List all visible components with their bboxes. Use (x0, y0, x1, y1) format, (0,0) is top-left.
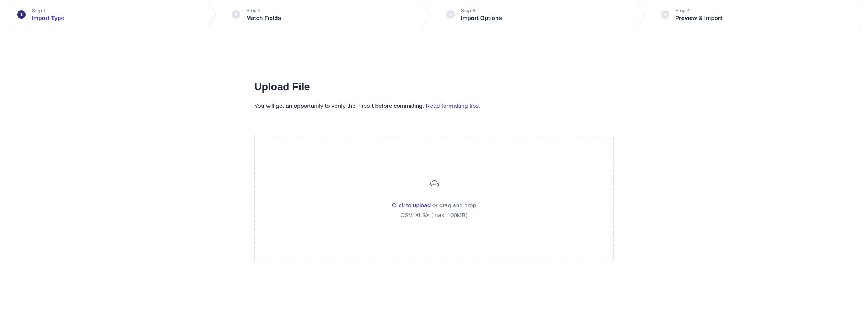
dropzone-hint: CSV, XLSX (max. 100MB) (401, 212, 468, 218)
dropzone-instruction: Click to upload or drag and drop (392, 202, 476, 209)
step-number-badge: 1 (17, 10, 26, 19)
upload-cloud-icon (429, 179, 439, 188)
chevron-right-icon (208, 1, 217, 28)
step-caption: Step 3 (461, 7, 502, 14)
step-caption: Step 1 (32, 7, 64, 14)
step-number-badge: 2 (232, 10, 240, 19)
step-title: Import Type (32, 14, 64, 22)
step-number-badge: 4 (661, 10, 669, 19)
import-stepper: 1 Step 1 Import Type 2 Step 2 Match Fiel… (8, 1, 860, 28)
file-dropzone[interactable]: Click to upload or drag and drop CSV, XL… (254, 135, 614, 262)
step-import-type[interactable]: 1 Step 1 Import Type (8, 1, 216, 28)
step-title: Import Options (461, 14, 502, 22)
drag-drop-text: or drag and drop (431, 202, 476, 208)
page-title: Upload File (254, 81, 614, 93)
click-to-upload-text: Click to upload (392, 202, 431, 208)
chevron-right-icon (637, 1, 646, 28)
chevron-right-icon (422, 1, 431, 28)
step-match-fields[interactable]: 2 Step 2 Match Fields (216, 1, 431, 28)
step-caption: Step 2 (246, 7, 281, 14)
upload-panel: Upload File You will get an opportunity … (254, 81, 614, 262)
description-text: You will get an opportunity to verify th… (254, 102, 426, 109)
step-number-badge: 3 (446, 10, 455, 19)
step-title: Match Fields (246, 14, 281, 22)
step-caption: Step 4 (675, 7, 722, 14)
step-preview-import[interactable]: 4 Step 4 Preview & Import (645, 1, 860, 28)
step-title: Preview & Import (675, 14, 722, 22)
description-text-end: . (479, 102, 480, 109)
formatting-tips-link[interactable]: Read formatting tips (426, 102, 479, 109)
page-description: You will get an opportunity to verify th… (254, 101, 614, 110)
step-import-options[interactable]: 3 Step 3 Import Options (431, 1, 645, 28)
